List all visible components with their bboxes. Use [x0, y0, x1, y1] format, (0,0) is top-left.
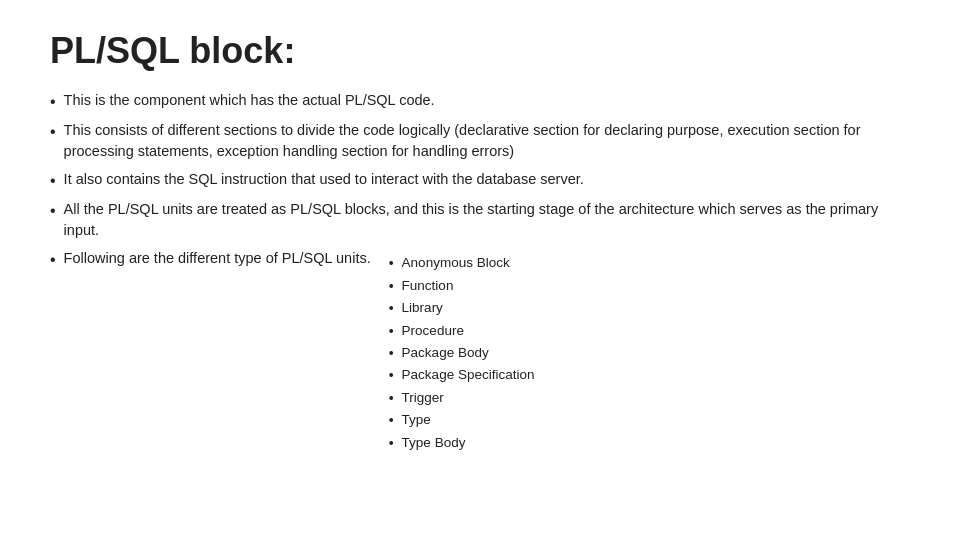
bullet-item-2: It also contains the SQL instruction tha… — [50, 169, 910, 192]
sub-item-2: Library — [389, 297, 535, 319]
slide-content: This is the component which has the actu… — [50, 90, 910, 510]
bullet-item-3: All the PL/SQL units are treated as PL/S… — [50, 199, 910, 241]
sub-item-3: Procedure — [389, 320, 535, 342]
sub-text-5: Package Specification — [402, 364, 535, 386]
sub-item-1: Function — [389, 275, 535, 297]
sub-text-3: Procedure — [402, 320, 464, 342]
sub-item-7: Type — [389, 409, 535, 431]
bullet-text-0: This is the component which has the actu… — [64, 90, 435, 111]
bullet-item-0: This is the component which has the actu… — [50, 90, 910, 113]
sub-item-4: Package Body — [389, 342, 535, 364]
bullet-text-4: Following are the different type of PL/S… — [64, 248, 371, 269]
bullet-text-1: This consists of different sections to d… — [64, 120, 910, 162]
sub-text-0: Anonymous Block — [402, 252, 510, 274]
main-bullet-list: This is the component which has the actu… — [50, 90, 910, 461]
bullet-item-4: Following are the different type of PL/S… — [50, 248, 910, 454]
sub-text-1: Function — [402, 275, 454, 297]
sub-text-8: Type Body — [402, 432, 466, 454]
sub-item-8: Type Body — [389, 432, 535, 454]
bullet-text-2: It also contains the SQL instruction tha… — [64, 169, 584, 190]
sub-list-4: Anonymous BlockFunctionLibraryProcedureP… — [389, 252, 535, 454]
sub-text-7: Type — [402, 409, 431, 431]
bullet-item-1: This consists of different sections to d… — [50, 120, 910, 162]
sub-item-0: Anonymous Block — [389, 252, 535, 274]
sub-text-2: Library — [402, 297, 443, 319]
slide: PL/SQL block: This is the component whic… — [0, 0, 960, 540]
sub-item-6: Trigger — [389, 387, 535, 409]
slide-title: PL/SQL block: — [50, 30, 910, 72]
sub-text-4: Package Body — [402, 342, 489, 364]
sub-item-5: Package Specification — [389, 364, 535, 386]
sub-text-6: Trigger — [402, 387, 444, 409]
bullet-text-3: All the PL/SQL units are treated as PL/S… — [64, 199, 910, 241]
